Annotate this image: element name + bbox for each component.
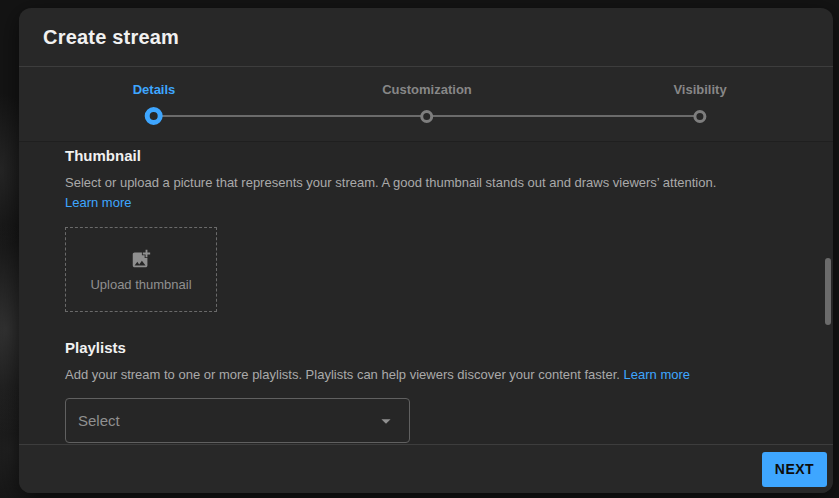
add-photo-icon	[130, 248, 152, 270]
dialog-header: Create stream	[19, 8, 833, 67]
dialog-content: Thumbnail Select or upload a picture tha…	[19, 142, 833, 444]
thumbnail-heading: Thumbnail	[65, 148, 753, 164]
playlists-heading: Playlists	[65, 340, 753, 356]
upload-thumbnail-label: Upload thumbnail	[90, 277, 191, 292]
step-visibility[interactable]: Visibility	[673, 67, 726, 123]
dialog-title: Create stream	[43, 26, 179, 49]
stepper: Details Customization Visibility	[19, 67, 833, 142]
step-label-visibility: Visibility	[673, 83, 726, 97]
step-circle-visibility[interactable]	[693, 110, 706, 123]
create-stream-dialog: Create stream Details Customization Visi…	[19, 8, 833, 493]
upload-thumbnail-button[interactable]: Upload thumbnail	[65, 227, 217, 312]
playlists-select[interactable]: Select	[65, 398, 410, 443]
step-circle-details[interactable]	[145, 107, 163, 125]
caret-down-icon	[375, 410, 397, 432]
dialog-footer: NEXT	[19, 444, 833, 493]
playlists-select-value: Select	[78, 412, 120, 429]
next-button[interactable]: NEXT	[762, 452, 827, 487]
step-label-details: Details	[133, 83, 176, 97]
scrollbar-thumb[interactable]	[825, 258, 831, 325]
step-label-customization: Customization	[382, 83, 472, 97]
playlists-learn-more-link[interactable]: Learn more	[624, 367, 690, 382]
thumbnail-learn-more-link[interactable]: Learn more	[65, 195, 131, 210]
playlists-description-text: Add your stream to one or more playlists…	[65, 367, 620, 382]
step-circle-customization[interactable]	[421, 110, 434, 123]
thumbnail-description-text: Select or upload a picture that represen…	[65, 175, 716, 190]
step-details[interactable]: Details	[133, 67, 176, 125]
thumbnail-description: Select or upload a picture that represen…	[65, 173, 753, 213]
playlists-description: Add your stream to one or more playlists…	[65, 365, 753, 385]
step-customization[interactable]: Customization	[382, 67, 472, 123]
